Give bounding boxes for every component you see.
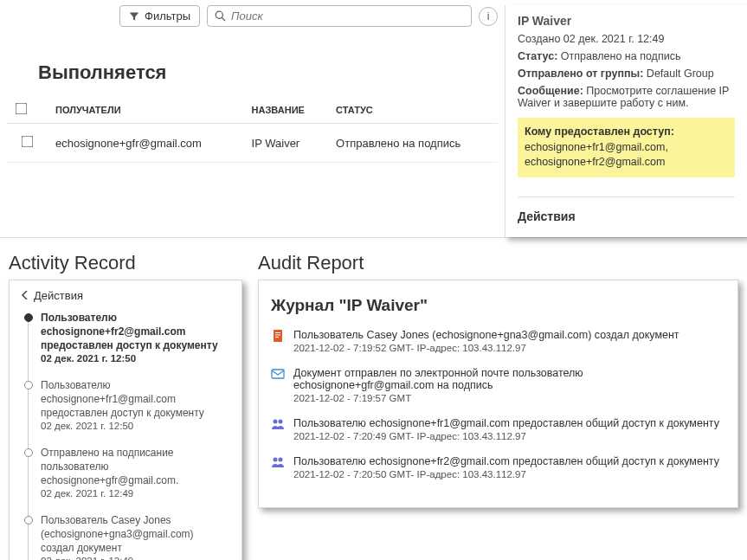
timeline-item: Пользователю echosignone+fr2@gmail.com п… (41, 311, 229, 366)
timeline-item: Пользователю echosignone+fr1@gmail.com п… (41, 378, 229, 434)
audit-entry-meta: 2021-12-02 - 7:19:57 GMT (293, 393, 725, 403)
col-status: СТАТУС (327, 96, 498, 124)
actions-heading[interactable]: Действия (518, 196, 735, 223)
detail-message: Сообщение: Просмотрите соглашение IP Wai… (518, 85, 735, 109)
cell-status: Отправлено на подпись (327, 124, 498, 163)
audit-entry-text: Пользователю echosignone+fr2@gmail.com п… (293, 455, 719, 467)
timeline: Пользователю echosignone+fr2@gmail.com п… (22, 311, 229, 561)
timeline-text: Пользователю echosignone+fr1@gmail.com п… (41, 378, 229, 421)
audit-entry: Пользователю echosignone+fr1@gmail.com п… (271, 417, 725, 441)
search-input-wrap[interactable] (207, 5, 472, 27)
audit-panel: Журнал "IP Waiver" Пользователь Casey Jo… (258, 280, 738, 508)
col-title: НАЗВАНИЕ (243, 96, 328, 124)
svg-rect-2 (274, 330, 282, 342)
svg-point-8 (279, 419, 283, 423)
timeline-date: 02 дек. 2021 г. 12:49 (41, 555, 229, 560)
activity-panel-title: Действия (34, 289, 83, 302)
svg-point-7 (274, 419, 278, 423)
table-row[interactable]: echosignone+gfr@gmail.com IP Waiver Отпр… (7, 124, 498, 163)
timeline-date: 02 дек. 2021 г. 12:49 (41, 487, 229, 501)
audit-entry-body: Документ отправлен по электронной почте … (293, 367, 725, 403)
col-recipients: ПОЛУЧАТЕЛИ (47, 96, 243, 124)
activity-back[interactable]: Действия (22, 289, 229, 302)
col-checkbox (7, 96, 47, 124)
agreements-table: ПОЛУЧАТЕЛИ НАЗВАНИЕ СТАТУС echosignone+g… (7, 96, 498, 163)
cell-title: IP Waiver (243, 124, 328, 163)
group-label: Отправлено от группы: (518, 68, 643, 80)
cell-recipient: echosignone+gfr@gmail.com (47, 124, 243, 163)
status-label: Статус: (518, 50, 557, 62)
timeline-text: Пользователю echosignone+fr2@gmail.com п… (41, 311, 229, 353)
svg-rect-3 (275, 332, 280, 333)
activity-heading: Activity Record (9, 252, 242, 274)
search-input[interactable] (231, 10, 464, 23)
audit-entry-meta: 2021-12-02 - 7:20:50 GMT- IP-адрес: 103.… (293, 469, 719, 480)
chevron-left-icon (22, 291, 29, 299)
select-all-checkbox[interactable] (16, 103, 28, 115)
audit-entry-meta: 2021-12-02 - 7:20:49 GMT- IP-адрес: 103.… (293, 431, 719, 441)
filters-button[interactable]: Фильтры (119, 5, 200, 27)
audit-list: Пользователь Casey Jones (echosignone+gn… (271, 329, 725, 480)
timeline-text: Пользователь Casey Jones (echosignone+gn… (41, 513, 229, 556)
timeline-item: Отправлено на подписание пользователю ec… (41, 446, 229, 501)
svg-line-1 (222, 18, 226, 22)
share-icon (271, 455, 285, 469)
svg-point-0 (216, 11, 222, 18)
activity-panel: Действия Пользователю echosignone+fr2@gm… (9, 280, 242, 561)
funnel-icon (129, 11, 139, 22)
audit-entry-text: Документ отправлен по электронной почте … (293, 367, 725, 391)
info-button[interactable]: i (479, 7, 498, 26)
row-checkbox[interactable] (21, 136, 33, 148)
svg-rect-4 (275, 334, 280, 335)
search-icon (215, 10, 226, 22)
detail-created: Создано 02 дек. 2021 г. 12:49 (518, 33, 735, 45)
audit-entry-body: Пользователь Casey Jones (echosignone+gn… (293, 329, 679, 353)
dashboard-panel: Фильтры i Выполняется ПОЛУЧАТЕЛИ НАЗВАНИ… (0, 0, 747, 238)
timeline-date: 02 дек. 2021 г. 12:50 (41, 420, 229, 434)
detail-title: IP Waiver (518, 14, 735, 28)
svg-point-10 (279, 457, 283, 461)
timeline-date: 02 дек. 2021 г. 12:50 (41, 352, 229, 366)
message-label: Сообщение: (518, 85, 583, 97)
group-value: Default Group (647, 68, 714, 80)
audit-entry-meta: 2021-12-02 - 7:19:52 GMT- IP-адрес: 103.… (293, 343, 679, 353)
timeline-item: Пользователь Casey Jones (echosignone+gn… (41, 513, 229, 560)
audit-journal-title: Журнал "IP Waiver" (271, 296, 725, 315)
audit-entry: Документ отправлен по электронной почте … (271, 367, 725, 403)
timeline-text: Отправлено на подписание пользователю ec… (41, 446, 229, 488)
svg-rect-6 (272, 370, 284, 378)
audit-column: Audit Report Журнал "IP Waiver" Пользова… (258, 252, 738, 508)
detail-sidebar: IP Waiver Создано 02 дек. 2021 г. 12:49 … (505, 5, 747, 237)
share-icon (271, 417, 285, 431)
doc-icon (271, 329, 285, 343)
svg-rect-5 (275, 337, 279, 338)
lower-row: Activity Record Действия Пользователю ec… (0, 238, 747, 561)
filters-label: Фильтры (145, 10, 190, 23)
shared-value: echosignone+fr1@gmail.com, echosignone+f… (525, 140, 728, 171)
status-value: Отправлено на подпись (561, 50, 681, 62)
audit-entry-text: Пользователь Casey Jones (echosignone+gn… (293, 329, 679, 341)
svg-point-9 (274, 457, 278, 461)
audit-entry: Пользователю echosignone+fr2@gmail.com п… (271, 455, 725, 480)
detail-group: Отправлено от группы: Default Group (518, 68, 735, 80)
audit-entry-text: Пользователю echosignone+fr1@gmail.com п… (293, 417, 719, 429)
shared-label: Кому предоставлен доступ: (525, 125, 728, 140)
toolbar: Фильтры i (7, 5, 498, 35)
info-icon: i (487, 10, 490, 23)
mail-icon (271, 367, 285, 381)
dashboard-main: Фильтры i Выполняется ПОЛУЧАТЕЛИ НАЗВАНИ… (0, 5, 505, 237)
audit-entry: Пользователь Casey Jones (echosignone+gn… (271, 329, 725, 353)
section-title: Выполняется (38, 61, 498, 84)
audit-entry-body: Пользователю echosignone+fr2@gmail.com п… (293, 455, 719, 480)
audit-heading: Audit Report (258, 252, 738, 274)
audit-entry-body: Пользователю echosignone+fr1@gmail.com п… (293, 417, 719, 441)
detail-status: Статус: Отправлено на подпись (518, 50, 735, 62)
shared-block: Кому предоставлен доступ: echosignone+fr… (518, 118, 735, 177)
activity-column: Activity Record Действия Пользователю ec… (9, 252, 242, 561)
